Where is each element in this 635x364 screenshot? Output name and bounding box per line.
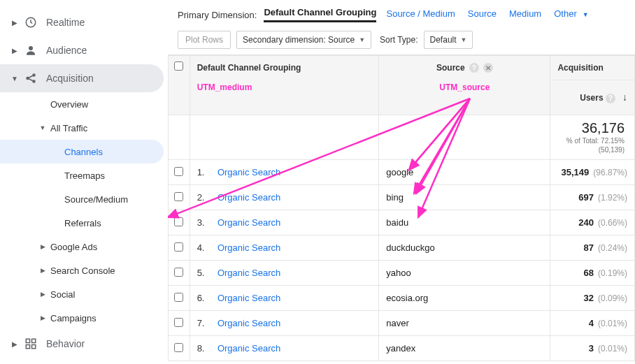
header-channel[interactable]: Default Channel Grouping UTM_medium xyxy=(190,56,379,115)
sort-type-value: Default xyxy=(430,35,457,45)
channel-link[interactable]: Organic Search xyxy=(217,242,280,253)
dimension-option-other[interactable]: Other xyxy=(554,8,577,22)
row-index: 5. xyxy=(197,268,213,278)
dimension-option-medium[interactable]: Medium xyxy=(509,8,541,22)
dimension-option-source-medium[interactable]: Source / Medium xyxy=(386,8,455,22)
nav-realtime[interactable]: ▶ Realtime xyxy=(0,8,168,36)
users-value: 697 xyxy=(578,192,594,203)
users-value: 87 xyxy=(584,242,594,253)
svg-point-4 xyxy=(33,80,35,82)
subsubnav-referrals[interactable]: Referrals xyxy=(0,211,168,235)
table-row: 3. Organic Searchbaidu240(0.66%) xyxy=(169,210,635,235)
info-icon: ? xyxy=(606,94,615,103)
row-checkbox[interactable] xyxy=(174,318,183,327)
source-value: bing xyxy=(386,192,404,203)
source-value: ecosia.org xyxy=(386,293,428,303)
header-users-label: Users xyxy=(580,93,603,103)
source-value: baidu xyxy=(386,217,408,228)
nav-audience[interactable]: ▶ Audience xyxy=(0,36,168,64)
row-index: 4. xyxy=(197,242,213,253)
chevron-right-icon: ▶ xyxy=(38,291,48,298)
person-icon xyxy=(24,43,38,57)
chevron-right-icon: ▶ xyxy=(38,314,48,321)
channels-table: Default Channel Grouping UTM_medium Sour… xyxy=(168,55,635,361)
row-checkbox[interactable] xyxy=(174,242,183,252)
nav-label: Realtime xyxy=(46,17,85,28)
share-icon xyxy=(24,71,38,85)
channel-link[interactable]: Organic Search xyxy=(217,217,280,228)
channel-link[interactable]: Organic Search xyxy=(217,343,280,354)
header-source[interactable]: Source ? ✕ UTM_source xyxy=(379,56,550,115)
nav-label: Referrals xyxy=(64,218,101,228)
channel-link[interactable]: Organic Search xyxy=(217,318,280,328)
svg-point-1 xyxy=(29,46,33,50)
users-percent: (0.01%) xyxy=(598,319,627,328)
nav-label: All Traffic xyxy=(50,123,87,133)
source-value: yahoo xyxy=(386,268,411,278)
row-index: 7. xyxy=(197,318,213,328)
nav-conversions[interactable]: ▶ Conversions xyxy=(0,358,168,364)
subnav-google-ads[interactable]: ▶ Google Ads xyxy=(0,235,168,259)
header-checkbox-col xyxy=(169,56,190,115)
nav-label: Google Ads xyxy=(50,242,97,252)
row-index: 3. xyxy=(197,217,213,228)
sort-descending-icon: ↓ xyxy=(622,92,627,103)
table-row: 5. Organic Searchyahoo68(0.19%) xyxy=(169,261,635,286)
source-value: yandex xyxy=(386,343,415,354)
dimension-selected[interactable]: Default Channel Grouping xyxy=(264,7,376,22)
nav-label: Social xyxy=(50,289,75,300)
subnav-campaigns[interactable]: ▶ Campaigns xyxy=(0,306,168,330)
primary-dimension-bar: Primary Dimension: Default Channel Group… xyxy=(168,0,635,25)
row-checkbox[interactable] xyxy=(174,293,183,302)
channel-link[interactable]: Organic Search xyxy=(217,192,280,203)
users-value: 4 xyxy=(589,318,594,328)
subsubnav-source-medium[interactable]: Source/Medium xyxy=(0,187,168,211)
header-channel-label: Default Channel Grouping xyxy=(197,63,301,73)
row-checkbox[interactable] xyxy=(174,167,183,176)
channel-link[interactable]: Organic Search xyxy=(217,268,280,278)
subsubnav-channels[interactable]: Channels xyxy=(0,140,164,163)
source-value: google xyxy=(386,167,413,177)
row-checkbox[interactable] xyxy=(174,268,183,277)
nav-label: Search Console xyxy=(50,265,115,276)
dimension-option-source[interactable]: Source xyxy=(468,8,497,22)
close-icon[interactable]: ✕ xyxy=(483,63,493,73)
svg-rect-7 xyxy=(26,345,29,349)
chevron-right-icon: ▶ xyxy=(38,267,48,274)
secondary-dimension-label: Secondary dimension: Source xyxy=(243,35,355,45)
nav-label: Overview xyxy=(50,99,88,110)
chevron-down-icon: ▼ xyxy=(583,11,589,18)
secondary-dimension-select[interactable]: Secondary dimension: Source ▼ xyxy=(236,31,371,49)
plot-rows-button[interactable]: Plot Rows xyxy=(178,31,231,49)
nav-label: Channels xyxy=(64,147,103,157)
select-all-checkbox[interactable] xyxy=(174,61,183,71)
subsubnav-treemaps[interactable]: Treemaps xyxy=(0,163,168,187)
sort-type-label: Sort Type: xyxy=(380,35,418,45)
nav-acquisition[interactable]: ▼ Acquisition xyxy=(0,64,164,92)
subnav-social[interactable]: ▶ Social xyxy=(0,282,168,306)
nav-label: Treemaps xyxy=(64,170,105,181)
header-acquisition-label: Acquisition xyxy=(557,63,603,73)
summary-users: 36,176 xyxy=(560,120,625,136)
users-percent: (0.19%) xyxy=(598,268,627,278)
table-row: 4. Organic Searchduckduckgo87(0.24%) xyxy=(169,235,635,261)
nav-label: Audience xyxy=(46,45,87,56)
row-index: 1. xyxy=(197,167,213,177)
svg-rect-8 xyxy=(32,345,36,349)
subnav-overview[interactable]: Overview xyxy=(0,92,168,116)
subnav-all-traffic[interactable]: ▼ All Traffic xyxy=(0,116,168,140)
row-checkbox[interactable] xyxy=(174,343,183,352)
sort-type-select[interactable]: Default ▼ xyxy=(424,31,473,49)
channel-link[interactable]: Organic Search xyxy=(217,293,280,303)
row-checkbox[interactable] xyxy=(174,192,183,201)
row-checkbox[interactable] xyxy=(174,217,183,226)
chevron-right-icon: ▶ xyxy=(10,47,20,54)
source-value: duckduckgo xyxy=(386,242,434,253)
table-row: 6. Organic Searchecosia.org32(0.09%) xyxy=(169,286,635,311)
nav-behavior[interactable]: ▶ Behavior xyxy=(0,330,168,358)
header-users[interactable]: Users ? ↓ xyxy=(550,80,635,115)
annotation-utm-medium: UTM_medium xyxy=(197,82,372,92)
channel-link[interactable]: Organic Search xyxy=(217,167,280,177)
row-index: 8. xyxy=(197,343,213,354)
subnav-search-console[interactable]: ▶ Search Console xyxy=(0,259,168,282)
